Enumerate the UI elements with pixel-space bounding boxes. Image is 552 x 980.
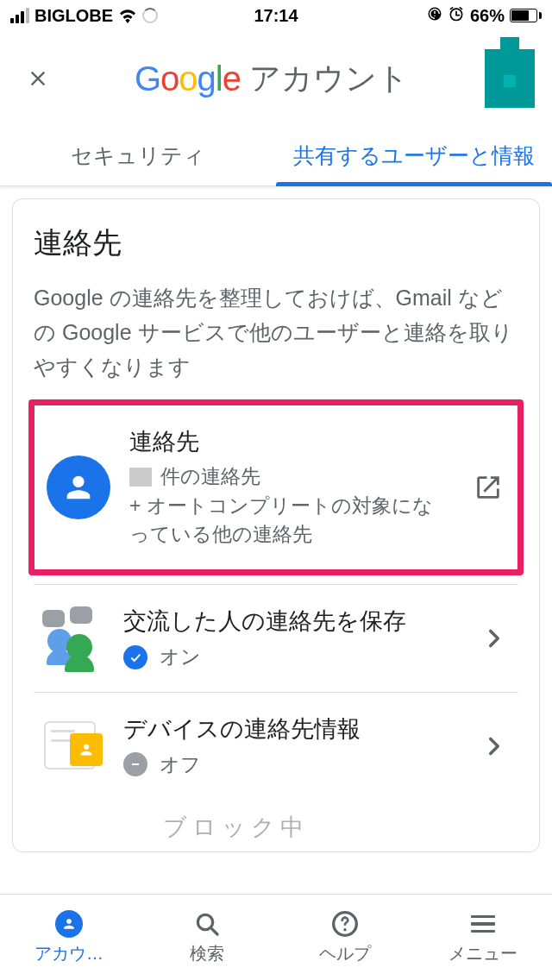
contacts-icon	[47, 455, 110, 519]
card-title: 連絡先	[34, 223, 518, 263]
tab-people-sharing[interactable]: 共有するユーザーと情報	[276, 126, 552, 185]
svg-line-2	[211, 928, 217, 934]
redacted-count	[129, 468, 152, 487]
device-contacts-item[interactable]: デバイスの連絡先情報 オフ	[34, 692, 518, 800]
item-status: オン	[123, 643, 458, 671]
main-content: 連絡先 Google の連絡先を整理しておけば、Gmail などの Google…	[0, 186, 552, 864]
help-icon	[330, 909, 360, 939]
item-title: 連絡先	[129, 426, 452, 457]
app-header: Google アカウント	[0, 31, 552, 126]
contacts-item[interactable]: 連絡先 件の連絡先 + オートコンプリートの対象になっている他の連絡先	[28, 399, 524, 575]
item-subtitle: 件の連絡先 + オートコンプリートの対象になっている他の連絡先	[129, 462, 452, 549]
close-button[interactable]	[17, 58, 59, 99]
external-link-icon	[471, 473, 505, 502]
status-bar: BIGLOBE 17:14 66%	[0, 0, 552, 31]
status-on-icon	[123, 645, 147, 669]
battery-percent: 66%	[470, 6, 505, 26]
save-interacted-contacts-item[interactable]: 交流した人の連絡先を保存 オン	[34, 584, 518, 692]
nav-label: ヘルプ	[319, 942, 371, 965]
account-icon	[54, 909, 84, 939]
item-status: オフ	[123, 751, 458, 779]
alarm-icon	[448, 5, 465, 27]
nav-label: アカウ…	[34, 942, 104, 965]
nav-label: メニュー	[448, 942, 518, 965]
item-title: デバイスの連絡先情報	[123, 713, 458, 744]
tab-bar: セキュリティ 共有するユーザーと情報	[0, 126, 552, 186]
nav-help[interactable]: ヘルプ	[276, 895, 414, 980]
device-contacts-icon	[41, 714, 104, 778]
status-off-icon	[123, 752, 147, 776]
search-icon	[192, 909, 222, 939]
orientation-lock-icon	[427, 6, 442, 26]
card-description: Google の連絡先を整理しておけば、Gmail などの Google サービ…	[34, 280, 518, 384]
chevron-right-icon	[477, 732, 511, 761]
tab-label: 共有するユーザーと情報	[293, 141, 535, 170]
interactions-icon	[41, 606, 104, 670]
partial-next-item: ブロック中	[34, 800, 518, 843]
header-account-label: アカウント	[249, 58, 409, 100]
nav-search[interactable]: 検索	[138, 895, 276, 980]
carrier-label: BIGLOBE	[34, 6, 113, 26]
svg-point-1	[198, 914, 212, 929]
battery-icon	[510, 9, 542, 22]
nav-account[interactable]: アカウ…	[0, 895, 138, 980]
wifi-icon	[118, 8, 137, 23]
chevron-right-icon	[477, 624, 511, 653]
tab-label: セキュリティ	[71, 141, 205, 170]
contacts-card: 連絡先 Google の連絡先を整理しておけば、Gmail などの Google…	[12, 198, 540, 852]
svg-point-4	[343, 928, 346, 931]
cellular-signal-icon	[10, 8, 29, 23]
google-logo: Google	[135, 60, 241, 98]
clock: 17:14	[254, 6, 298, 26]
bottom-nav: アカウ… 検索 ヘルプ メニュー	[0, 894, 552, 980]
nav-menu[interactable]: メニュー	[414, 895, 552, 980]
header-title: Google アカウント	[76, 58, 467, 100]
loading-icon	[142, 8, 158, 23]
item-title: 交流した人の連絡先を保存	[123, 606, 458, 637]
menu-icon	[468, 909, 498, 939]
nav-label: 検索	[190, 942, 224, 965]
tab-security[interactable]: セキュリティ	[0, 126, 276, 185]
avatar-icon[interactable]	[485, 49, 535, 108]
